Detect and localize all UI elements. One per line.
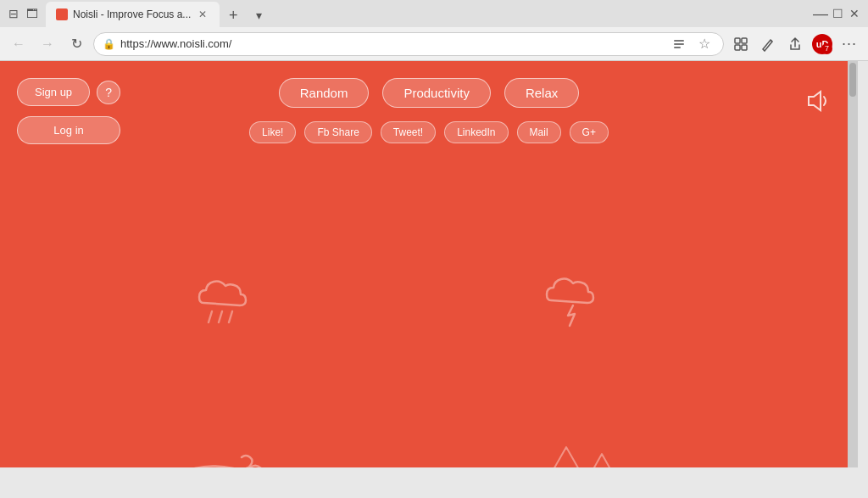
back-button[interactable]: ← [7, 32, 31, 56]
forward-button[interactable]: → [36, 32, 59, 56]
svg-rect-1 [674, 43, 684, 45]
svg-line-9 [219, 311, 222, 322]
collections-button[interactable] [729, 32, 753, 56]
linkedin-button[interactable]: LinkedIn [444, 121, 508, 143]
volume-button[interactable] [804, 87, 832, 121]
pen-button[interactable] [756, 32, 780, 56]
reader-view-button[interactable] [669, 34, 689, 54]
svg-marker-7 [809, 92, 821, 110]
tweet-button[interactable]: Tweet! [381, 121, 436, 143]
forest-sound-icon[interactable] [534, 439, 627, 467]
svg-rect-2 [674, 47, 681, 48]
gplus-button[interactable]: G+ [570, 121, 609, 143]
top-controls: Random Productivity Relax Like! Fb Share… [0, 78, 858, 143]
address-bar[interactable]: 🔒 https://www.noisli.com/ ☆ [93, 32, 724, 56]
bookmark-button[interactable]: ☆ [694, 34, 715, 54]
browser-window: ⊟ 🗔 Noisli - Improve Focus a... ✕ + ▾ — … [0, 0, 868, 467]
title-bar: ⊟ 🗔 Noisli - Improve Focus a... ✕ + ▾ — … [0, 0, 868, 27]
tab-favicon [56, 8, 68, 20]
thunder-sound-icon[interactable] [534, 256, 619, 344]
relax-preset-button[interactable]: Relax [504, 78, 579, 108]
mail-button[interactable]: Mail [517, 121, 561, 143]
minimize-button[interactable]: — [814, 7, 827, 20]
like-button[interactable]: Like! [249, 121, 296, 143]
rain-sound-icon[interactable] [186, 256, 271, 344]
wind-sound-icon[interactable] [186, 447, 280, 467]
preset-buttons: Random Productivity Relax [279, 78, 580, 108]
fb-share-button[interactable]: Fb Share [304, 121, 371, 143]
lock-icon: 🔒 [103, 38, 115, 50]
window-tab-icon2: 🗔 [25, 7, 39, 20]
random-preset-button[interactable]: Random [279, 78, 370, 108]
productivity-preset-button[interactable]: Productivity [382, 78, 491, 108]
maximize-button[interactable]: ☐ [831, 7, 844, 20]
scrollbar[interactable] [848, 61, 858, 467]
svg-marker-12 [581, 454, 622, 467]
share-button[interactable] [783, 32, 807, 56]
tab-dropdown-button[interactable]: ▾ [247, 3, 270, 27]
browser-tab[interactable]: Noisli - Improve Focus a... ✕ [46, 2, 220, 27]
svg-rect-5 [735, 45, 740, 50]
svg-marker-11 [542, 447, 590, 467]
refresh-button[interactable]: ↻ [64, 32, 88, 56]
svg-rect-4 [742, 38, 747, 43]
close-button[interactable]: ✕ [848, 7, 861, 20]
svg-line-8 [209, 311, 212, 322]
scrollbar-thumb[interactable] [849, 63, 856, 97]
ublock-button[interactable]: uD 7 [810, 32, 834, 56]
window-tab-icon: ⊟ [7, 7, 20, 20]
new-tab-button[interactable]: + [221, 3, 245, 27]
svg-rect-3 [735, 38, 740, 43]
tab-close-button[interactable]: ✕ [196, 8, 209, 21]
svg-rect-0 [674, 40, 684, 42]
svg-rect-6 [742, 45, 747, 50]
nav-bar: ← → ↻ 🔒 https://www.noisli.com/ ☆ [0, 27, 868, 61]
ublock-count: 7 [821, 43, 832, 54]
url-text: https://www.noisli.com/ [120, 37, 664, 50]
svg-line-10 [229, 311, 232, 322]
more-button[interactable]: ··· [837, 32, 861, 56]
tab-title: Noisli - Improve Focus a... [73, 8, 191, 20]
share-buttons: Like! Fb Share Tweet! LinkedIn Mail G+ [249, 121, 609, 143]
page-content: Sign up ? Log in Random Productivity Rel… [0, 61, 858, 467]
